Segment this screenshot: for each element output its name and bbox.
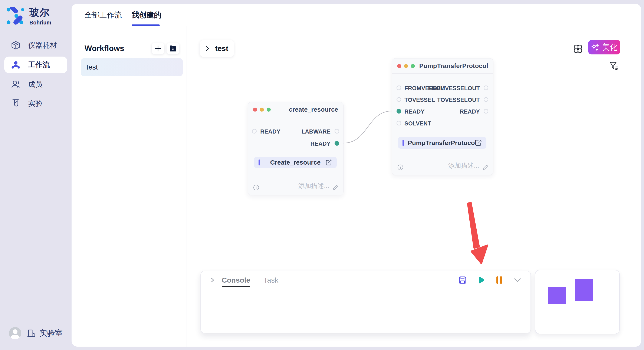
members-icon	[11, 80, 20, 89]
dot-yellow-icon	[404, 64, 408, 68]
port-out-ready[interactable]	[484, 109, 488, 114]
brand-subtitle: Bohrium	[30, 19, 51, 26]
minimap[interactable]	[535, 270, 620, 334]
info-icon[interactable]	[397, 164, 404, 171]
node-footer: 添加描述...	[248, 180, 343, 195]
lab-label: 实验室	[39, 328, 63, 339]
port-out-fromvesselout[interactable]	[484, 85, 488, 90]
sidebar-item-members[interactable]: 成员	[0, 75, 72, 94]
node-pill-pump-transfer[interactable]: PumpTransferProtocol	[398, 137, 486, 149]
run-button[interactable]	[476, 276, 485, 285]
traffic-dots	[397, 64, 415, 68]
console-tab[interactable]: Console	[222, 276, 250, 284]
brand-logo[interactable]: 玻尔 Bohrium	[6, 6, 51, 26]
pause-icon	[496, 276, 502, 284]
beautify-button[interactable]: 美化	[588, 40, 620, 54]
workflow-item-label: test	[86, 63, 98, 71]
pill-label: PumpTransferProtocol	[408, 139, 476, 147]
collapse-chevron-icon	[513, 277, 522, 283]
dot-green-icon	[267, 108, 271, 112]
port-out-ready[interactable]	[334, 141, 339, 146]
main-content: 全部工作流 我创建的 Workflows test	[72, 4, 641, 347]
save-button[interactable]	[458, 276, 467, 285]
info-icon[interactable]	[253, 184, 260, 191]
edit-icon[interactable]	[326, 159, 332, 166]
experiment-icon	[11, 99, 20, 108]
port-label: READY	[404, 108, 425, 115]
port-label: READY	[310, 141, 330, 147]
lab-switcher[interactable]: 实验室	[27, 328, 63, 339]
add-workflow-button[interactable]	[152, 43, 164, 54]
port-in-fromvessel[interactable]	[396, 85, 401, 90]
user-avatar[interactable]	[9, 327, 21, 339]
workflow-canvas[interactable]: test 美化	[187, 26, 641, 347]
description-placeholder[interactable]: 添加描述...	[298, 181, 329, 190]
tab-all-workflows[interactable]: 全部工作流	[84, 4, 122, 26]
port-in-ready[interactable]	[252, 129, 256, 134]
dot-red-icon	[397, 64, 401, 68]
sidebar-item-instruments[interactable]: 仪器耗材	[0, 36, 72, 55]
chevron-right-icon	[205, 45, 210, 52]
pencil-icon[interactable]	[482, 164, 488, 171]
pill-accent-bar	[402, 140, 404, 146]
node-pump-transfer-protocol[interactable]: PumpTransferProtocol FROMVESSEL FROMVESS…	[392, 58, 494, 175]
sidebar-item-label: 成员	[28, 80, 42, 89]
layout-command-button[interactable]	[572, 43, 584, 54]
breadcrumb[interactable]: test	[200, 40, 234, 57]
plus-icon	[154, 45, 162, 52]
command-icon	[573, 44, 583, 54]
filter-button[interactable]	[609, 61, 619, 71]
sidebar-item-experiments[interactable]: 实验	[0, 94, 72, 113]
dot-green-icon	[411, 64, 415, 68]
port-label: LABWARE	[302, 128, 331, 135]
task-tab[interactable]: Task	[264, 276, 278, 284]
sidebar-item-workflow[interactable]: 工作流	[4, 57, 67, 73]
workflows-panel: Workflows test	[72, 26, 187, 347]
collapse-panel-button[interactable]	[513, 276, 522, 285]
port-label: TOVESSELOUT	[437, 97, 480, 103]
port-out-tovesselout[interactable]	[484, 97, 488, 102]
sparkles-icon	[591, 43, 599, 51]
sidebar-nav: 仪器耗材 工作流 成员 实验	[0, 36, 72, 113]
node-footer: 添加描述...	[392, 160, 493, 175]
pencil-icon[interactable]	[332, 184, 338, 191]
description-placeholder[interactable]: 添加描述...	[448, 161, 479, 170]
building-icon	[27, 329, 36, 338]
node-header: PumpTransferProtocol	[392, 58, 493, 74]
port-in-solvent[interactable]	[396, 121, 401, 126]
box-icon	[11, 41, 20, 50]
console-expand-chevron-icon[interactable]	[209, 277, 216, 283]
node-pill-create-resource[interactable]: Create_resource	[254, 157, 337, 168]
bohrium-logo-icon	[6, 7, 25, 25]
workflows-title: Workflows	[84, 44, 124, 53]
port-in-tovessel[interactable]	[396, 97, 401, 102]
port-label: FROMVESSELOUT	[428, 85, 480, 92]
pause-button[interactable]	[495, 276, 504, 285]
filter-icon	[609, 61, 619, 71]
console-panel: Console Task	[200, 271, 531, 334]
sidebar-item-label: 工作流	[28, 60, 50, 70]
traffic-dots	[253, 108, 271, 112]
minimap-node-create-resource	[548, 287, 566, 304]
beautify-label: 美化	[602, 42, 618, 52]
sidebar-footer: 实验室	[9, 327, 63, 339]
edit-icon[interactable]	[475, 140, 482, 146]
save-icon	[458, 276, 467, 284]
port-label: SOLVENT	[404, 120, 431, 127]
port-out-labware[interactable]	[334, 129, 339, 134]
port-in-ready[interactable]	[396, 109, 401, 114]
workflow-people-icon	[11, 60, 20, 70]
node-title: create_resource	[289, 106, 338, 113]
port-label: READY	[260, 128, 280, 135]
minimap-node-pump-transfer	[575, 279, 593, 301]
node-create-resource[interactable]: create_resource READY LABWARE READY Crea…	[248, 102, 344, 195]
sidebar-item-label: 实验	[28, 99, 42, 108]
port-label: TOVESSEL	[404, 97, 435, 103]
tab-my-created[interactable]: 我创建的	[132, 4, 162, 26]
pill-accent-bar	[258, 160, 260, 166]
workflow-tabbar: 全部工作流 我创建的	[72, 4, 641, 26]
import-folder-button[interactable]	[166, 43, 179, 54]
brand-name: 玻尔	[30, 6, 51, 19]
sidebar-item-label: 仪器耗材	[28, 40, 57, 50]
workflow-list-item-test[interactable]: test	[81, 58, 183, 76]
